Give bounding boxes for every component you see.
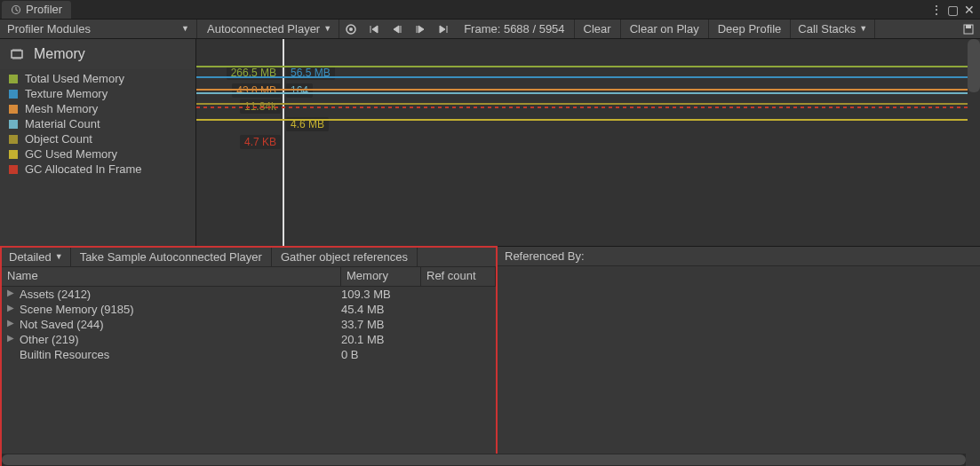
legend: Total Used MemoryTexture MemoryMesh Memo… <box>0 69 195 178</box>
legend-item[interactable]: GC Allocated In Frame <box>0 162 195 177</box>
save-icon <box>962 23 975 36</box>
col-name[interactable]: Name <box>2 267 341 286</box>
chart-area[interactable]: 266.5 MB43.8 MB11.84k4.7 KB56.5 MB1644.6… <box>196 39 980 246</box>
skip-start-icon <box>369 24 379 35</box>
row-name: Other (219) <box>16 333 341 346</box>
chart-label: 43.8 MB <box>232 83 281 98</box>
chart-label: 164 <box>286 83 313 98</box>
vertical-scrollbar[interactable] <box>968 39 980 92</box>
chart-series-line <box>196 119 968 121</box>
expand-icon[interactable]: ▶ <box>7 288 16 301</box>
col-refcount[interactable]: Ref count <box>421 267 496 286</box>
legend-label: Material Count <box>25 117 100 130</box>
clear-button[interactable]: Clear <box>575 20 621 38</box>
memory-icon <box>9 46 25 62</box>
chart-series-line <box>196 76 968 78</box>
table-row[interactable]: ▶Other (219)20.1 MB <box>2 332 496 347</box>
chart-series-line <box>196 66 968 67</box>
module-sidebar: Memory Total Used MemoryTexture MemoryMe… <box>0 39 196 246</box>
legend-swatch <box>9 150 18 159</box>
legend-swatch <box>9 90 18 99</box>
legend-label: Texture Memory <box>25 87 108 100</box>
deep-profile-button[interactable]: Deep Profile <box>709 20 792 38</box>
row-name: Not Saved (244) <box>16 318 341 331</box>
chevron-down-icon: ▼ <box>323 25 331 33</box>
close-icon[interactable]: ✕ <box>964 3 975 17</box>
referenced-by-header: Referenced By: <box>498 247 980 266</box>
chevron-down-icon: ▼ <box>859 25 867 33</box>
last-frame-button[interactable] <box>432 20 455 38</box>
frame-indicator: Frame: 5688 / 5954 <box>455 20 574 38</box>
column-headers: Name Memory Ref count <box>2 267 496 287</box>
legend-item[interactable]: Material Count <box>0 116 195 131</box>
profiler-tab[interactable]: Profiler <box>2 1 71 19</box>
profiler-modules-dropdown[interactable]: Profiler Modules ▼ <box>0 20 197 38</box>
chevron-down-icon: ▼ <box>55 253 63 261</box>
row-memory: 33.7 MB <box>341 318 421 331</box>
table-row[interactable]: ▶Not Saved (244)33.7 MB <box>2 317 496 332</box>
module-header[interactable]: Memory <box>0 39 195 69</box>
next-frame-button[interactable] <box>409 20 432 38</box>
module-title: Memory <box>34 46 85 62</box>
legend-label: Mesh Memory <box>25 102 98 115</box>
step-forward-icon <box>415 24 426 35</box>
detail-pane: Detailed ▼ Take Sample Autoconnected Pla… <box>0 246 980 466</box>
expand-icon[interactable]: ▶ <box>7 333 16 346</box>
chart-series-line <box>196 92 968 94</box>
table-row[interactable]: ▶Scene Memory (9185)45.4 MB <box>2 302 496 317</box>
take-sample-button[interactable]: Take Sample Autoconnected Player <box>71 248 272 266</box>
svg-rect-4 <box>966 25 971 28</box>
record-button[interactable] <box>339 20 363 38</box>
svg-point-2 <box>349 28 353 31</box>
legend-item[interactable]: GC Used Memory <box>0 146 195 162</box>
chevron-down-icon: ▼ <box>181 25 189 33</box>
detail-mode-dropdown[interactable]: Detailed ▼ <box>2 248 71 266</box>
legend-item[interactable]: Mesh Memory <box>0 101 195 116</box>
call-stacks-dropdown[interactable]: Call Stacks ▼ <box>791 20 875 38</box>
legend-label: Object Count <box>25 132 92 146</box>
detail-left: Detailed ▼ Take Sample Autoconnected Pla… <box>0 246 498 466</box>
window-controls: ⋮ ▢ ✕ <box>930 3 980 17</box>
row-memory: 45.4 MB <box>341 303 421 316</box>
chart-series-line <box>196 89 968 91</box>
profiler-icon <box>11 4 21 15</box>
legend-swatch <box>9 120 18 129</box>
legend-label: GC Used Memory <box>25 147 117 161</box>
legend-swatch <box>9 105 18 114</box>
table-row[interactable]: Builtin Resources0 B <box>2 347 496 362</box>
main-content: Memory Total Used MemoryTexture MemoryMe… <box>0 39 980 246</box>
legend-item[interactable]: Total Used Memory <box>0 71 195 86</box>
memory-tree[interactable]: ▶Assets (2412)109.3 MB▶Scene Memory (918… <box>2 287 496 464</box>
legend-label: Total Used Memory <box>25 72 124 85</box>
legend-swatch <box>9 135 18 144</box>
menu-icon[interactable]: ⋮ <box>930 3 942 17</box>
table-row[interactable]: ▶Assets (2412)109.3 MB <box>2 287 496 302</box>
prev-frame-button[interactable] <box>386 20 409 38</box>
chart-series-line <box>196 103 968 105</box>
gather-refs-button[interactable]: Gather object references <box>272 248 418 266</box>
chart-label: 4.7 KB <box>240 135 281 149</box>
col-memory[interactable]: Memory <box>341 267 421 286</box>
target-dropdown[interactable]: Autoconnected Player ▼ <box>200 20 339 38</box>
legend-item[interactable]: Texture Memory <box>0 86 195 101</box>
legend-swatch <box>9 75 18 83</box>
titlebar: Profiler ⋮ ▢ ✕ <box>0 0 980 20</box>
save-button[interactable] <box>957 20 980 38</box>
row-name: Builtin Resources <box>16 348 341 361</box>
first-frame-button[interactable] <box>363 20 386 38</box>
expand-icon[interactable]: ▶ <box>7 303 16 316</box>
row-name: Assets (2412) <box>16 288 341 301</box>
row-name: Scene Memory (9185) <box>16 303 341 316</box>
row-memory: 0 B <box>341 348 421 361</box>
maximize-icon[interactable]: ▢ <box>947 3 959 17</box>
step-back-icon <box>392 24 402 35</box>
legend-item[interactable]: Object Count <box>0 131 195 146</box>
toolbar: Profiler Modules ▼ Autoconnected Player … <box>0 20 980 39</box>
row-memory: 109.3 MB <box>341 288 421 301</box>
skip-end-icon <box>438 24 449 35</box>
chart-series-line <box>196 107 968 108</box>
horizontal-scrollbar[interactable] <box>2 454 966 466</box>
clear-on-play-button[interactable]: Clear on Play <box>621 20 709 38</box>
detail-toolbar: Detailed ▼ Take Sample Autoconnected Pla… <box>2 248 496 267</box>
expand-icon[interactable]: ▶ <box>7 318 16 331</box>
